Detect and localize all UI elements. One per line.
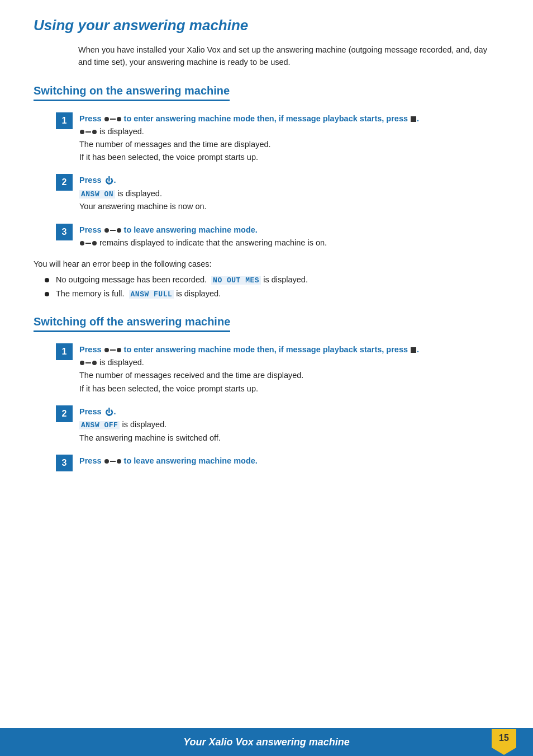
power-icon-2: ⏻ xyxy=(105,406,113,418)
step-off-1-detail2: The number of messages received and the … xyxy=(79,371,303,380)
error-note: You will hear an error beep in the follo… xyxy=(34,259,499,268)
section-off-title: Switching off the answering machine xyxy=(34,315,230,332)
bullet-list-on: No outgoing message has been recorded. N… xyxy=(45,275,499,299)
step-on-3-content: Press to leave answering machine mode. r… xyxy=(79,224,327,249)
status-no-out-mes: NO OUT MES xyxy=(211,276,261,285)
step-off-1-content: Press to enter answering machine mode th… xyxy=(79,343,419,395)
section-switching-off: Switching off the answering machine 1 Pr… xyxy=(34,315,499,471)
two-dot-icon-5 xyxy=(104,348,121,352)
bullet-dot-2 xyxy=(45,292,49,296)
step-on-3: 3 Press to leave answering machine mode. xyxy=(56,224,499,249)
step-off-3-instruction: Press to leave answering machine mode. xyxy=(79,456,258,465)
intro-text: When you have installed your Xalio Vox a… xyxy=(78,44,499,69)
two-dot-icon-6 xyxy=(80,361,97,365)
step-on-2-content: Press ⏻. ANSW ON is displayed. Your answ… xyxy=(79,174,207,213)
step-on-1: 1 Press to enter answering machine mode … xyxy=(56,112,499,164)
bullet-dot-1 xyxy=(45,278,49,282)
bullet-item-1: No outgoing message has been recorded. N… xyxy=(45,275,499,285)
step-on-1-detail3: If it has been selected, the voice promp… xyxy=(79,153,258,162)
steps-off: 1 Press to enter answering machine mode … xyxy=(56,343,499,471)
status-answ-on: ANSW ON xyxy=(79,190,115,199)
section-switching-on: Switching on the answering machine 1 Pre… xyxy=(34,84,499,299)
bullet-text-2: The memory is full. ANSW FULL is display… xyxy=(56,289,221,299)
footer-text: Your Xalio Vox answering machine xyxy=(183,736,350,748)
step-on-2-instruction: Press ⏻. xyxy=(79,176,116,185)
section-on-title: Switching on the answering machine xyxy=(34,84,230,101)
step-on-3-detail1: remains displayed to indicate that the a… xyxy=(79,238,327,247)
two-dot-icon-7 xyxy=(104,459,121,464)
bullet-item-2: The memory is full. ANSW FULL is display… xyxy=(45,289,499,299)
step-on-1-detail2: The number of messages and the time are … xyxy=(79,140,271,149)
step-off-3-content: Press to leave answering machine mode. xyxy=(79,455,258,467)
power-icon-1: ⏻ xyxy=(105,174,113,187)
step-on-1-detail1: is displayed. xyxy=(79,127,144,136)
square-icon-2 xyxy=(411,347,416,353)
step-off-2: 2 Press ⏻. ANSW OFF is displayed. The an… xyxy=(56,405,499,445)
step-off-2-instruction: Press ⏻. xyxy=(79,407,116,416)
page-number: 15 xyxy=(492,729,516,755)
step-on-2-detail2: Your answering machine is now on. xyxy=(79,202,207,211)
status-answ-full: ANSW FULL xyxy=(129,290,174,299)
step-off-1-detail3: If it has been selected, the voice promp… xyxy=(79,384,258,393)
two-dot-icon-2 xyxy=(80,130,97,134)
step-off-1-instruction: Press to enter answering machine mode th… xyxy=(79,345,419,354)
two-dot-icon-4 xyxy=(80,241,97,245)
step-on-2: 2 Press ⏻. ANSW ON is displayed. Your an… xyxy=(56,174,499,213)
step-off-2-number: 2 xyxy=(56,405,73,422)
step-on-3-number: 3 xyxy=(56,224,73,240)
square-icon-1 xyxy=(411,116,416,122)
steps-on: 1 Press to enter answering machine mode … xyxy=(56,112,499,249)
status-answ-off: ANSW OFF xyxy=(79,421,120,429)
two-dot-icon-3 xyxy=(104,228,121,233)
step-on-2-number: 2 xyxy=(56,174,73,191)
step-on-1-instruction: Press to enter answering machine mode th… xyxy=(79,114,419,123)
step-off-1: 1 Press to enter answering machine mode … xyxy=(56,343,499,395)
step-on-2-detail1: ANSW ON is displayed. xyxy=(79,189,162,198)
step-off-3: 3 Press to leave answering machine mode. xyxy=(56,455,499,471)
two-dot-icon-1 xyxy=(104,117,121,121)
step-off-3-number: 3 xyxy=(56,455,73,471)
step-off-2-content: Press ⏻. ANSW OFF is displayed. The answ… xyxy=(79,405,221,445)
step-on-1-content: Press to enter answering machine mode th… xyxy=(79,112,419,164)
step-off-1-number: 1 xyxy=(56,343,73,360)
bullet-text-1: No outgoing message has been recorded. N… xyxy=(56,275,308,285)
main-title: Using your answering machine xyxy=(34,17,499,34)
step-off-2-detail2: The answering machine is switched off. xyxy=(79,433,221,442)
step-off-2-detail1: ANSW OFF is displayed. xyxy=(79,420,166,429)
step-on-1-number: 1 xyxy=(56,112,73,129)
step-off-1-detail1: is displayed. xyxy=(79,358,144,367)
step-on-3-instruction: Press to leave answering machine mode. xyxy=(79,225,258,234)
footer: Your Xalio Vox answering machine 15 xyxy=(0,728,533,756)
